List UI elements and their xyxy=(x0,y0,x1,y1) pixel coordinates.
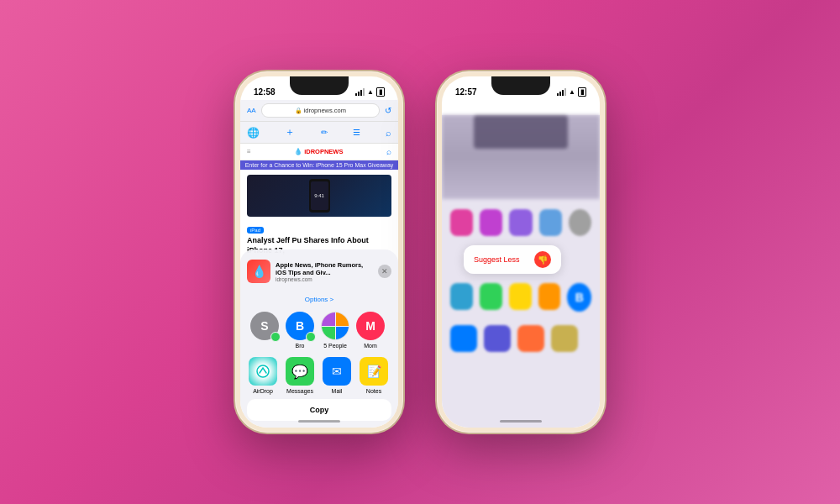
article-phone-graphic: 9:41 xyxy=(309,179,330,213)
menu-icon[interactable]: ☰ xyxy=(353,128,360,137)
messages-item[interactable]: 💬 Messages xyxy=(286,357,314,394)
notes-item[interactable]: 📝 Notes xyxy=(360,357,388,394)
status-time-2: 12:57 xyxy=(455,87,477,97)
contact-5people-name: 5 People xyxy=(323,343,347,349)
mail-label: Mail xyxy=(332,388,343,394)
suggest-less-text: Suggest Less xyxy=(474,255,529,264)
add-tab-icon[interactable]: ＋ xyxy=(285,125,295,139)
mail-icon: ✉ xyxy=(323,357,351,386)
contact-5people[interactable]: 5 People xyxy=(321,312,349,349)
dislike-button[interactable]: 👎 xyxy=(534,251,551,268)
status-icons-2: ▲ ▮ xyxy=(557,87,586,97)
contact-mom-name: Mom xyxy=(364,343,377,349)
blurred-app-row-3 xyxy=(442,318,600,359)
airdrop-label: AirDrop xyxy=(253,388,273,394)
messages-icon: 💬 xyxy=(286,357,314,386)
promo-banner: Enter for a Chance to Win: iPhone 15 Pro… xyxy=(240,160,398,170)
notes-label: Notes xyxy=(366,388,381,394)
blurred-top xyxy=(442,115,600,199)
messages-label: Messages xyxy=(286,388,313,394)
reload-button[interactable]: ↺ xyxy=(385,106,391,115)
article-tag: iPad xyxy=(247,227,264,234)
contact-bro[interactable]: B Bro xyxy=(286,312,314,349)
aa-button[interactable]: AA xyxy=(247,107,256,114)
share-sheet: 💧 Apple News, iPhone Rumors, iOS Tips an… xyxy=(240,249,398,428)
globe-icon[interactable]: 🌐 xyxy=(247,127,260,139)
url-bar[interactable]: 🔒 idropnews.com xyxy=(261,103,380,118)
phone-1-screen: 12:58 ▲ ▮ AA 🔒 idropnews.com ↺ xyxy=(240,76,398,428)
suggest-less-bubble: Suggest Less 👎 xyxy=(464,245,561,274)
home-indicator-1 xyxy=(298,420,340,423)
copy-label: Copy xyxy=(310,406,329,414)
phone-1: 12:58 ▲ ▮ AA 🔒 idropnews.com ↺ xyxy=(235,71,403,433)
contact-bro-avatar: B xyxy=(286,312,314,340)
browser-bar-1: AA 🔒 idropnews.com ↺ xyxy=(240,100,398,122)
battery-icon-2: ▮ xyxy=(578,87,586,97)
contact-mom[interactable]: M Mom xyxy=(356,312,385,349)
contacts-row: S B Bro xyxy=(247,312,391,349)
airdrop-item[interactable]: AirDrop xyxy=(249,357,277,394)
notch-1 xyxy=(290,76,349,95)
phone-2-screen: 12:57 ▲ ▮ xyxy=(442,76,600,428)
contact-s[interactable]: S xyxy=(250,312,279,349)
signal-icon-2 xyxy=(557,89,566,96)
site-logo: 💧 iDROPNEWS xyxy=(294,148,343,155)
airdrop-icon xyxy=(249,357,277,386)
options-button[interactable]: Options > xyxy=(305,296,333,303)
browser-toolbar: 🌐 ＋ ✏ ☰ ⌕ xyxy=(240,122,398,144)
contact-multi-avatar xyxy=(321,312,349,340)
article-screen-time: 9:41 xyxy=(311,181,328,210)
status-time-1: 12:58 xyxy=(254,87,276,97)
signal-icon-1 xyxy=(355,89,365,96)
dislike-icon: 👎 xyxy=(538,255,548,265)
webpage-header: ≡ 💧 iDROPNEWS ⌕ xyxy=(240,144,398,160)
home-indicator-2 xyxy=(500,420,542,423)
search-icon[interactable]: ⌕ xyxy=(386,128,391,138)
notch-2 xyxy=(491,76,550,95)
edit-icon[interactable]: ✏ xyxy=(321,128,328,137)
article-section: 9:41 iPad Analyst Jeff Pu Shares Info Ab… xyxy=(240,170,398,260)
contact-b-avatar: B xyxy=(567,283,591,312)
share-title: Apple News, iPhone Rumors, iOS Tips and … xyxy=(276,261,373,276)
phone-2: 12:57 ▲ ▮ xyxy=(437,71,605,433)
copy-row[interactable]: Copy xyxy=(247,399,391,421)
search-page-icon[interactable]: ⌕ xyxy=(386,147,391,156)
contact-s-badge xyxy=(270,332,281,342)
contact-mom-avatar: M xyxy=(356,312,385,340)
wifi-icon-2: ▲ xyxy=(569,88,575,96)
webpage-content: ≡ 💧 iDROPNEWS ⌕ Enter for a Chance to Wi… xyxy=(240,144,398,260)
blurred-app-row-1 xyxy=(442,202,600,243)
article-image: 9:41 xyxy=(247,175,391,217)
app-icons-row: AirDrop 💬 Messages ✉ Mail 📝 xyxy=(247,357,391,394)
share-url: idropnews.com xyxy=(276,276,373,282)
share-preview-text: Apple News, iPhone Rumors, iOS Tips and … xyxy=(276,261,373,282)
battery-icon-1: ▮ xyxy=(376,87,385,97)
url-text: idropnews.com xyxy=(304,107,346,114)
contact-bro-badge xyxy=(306,332,316,342)
share-preview: 💧 Apple News, iPhone Rumors, iOS Tips an… xyxy=(247,260,391,283)
options-row: Options > xyxy=(247,290,391,305)
mail-item[interactable]: ✉ Mail xyxy=(323,357,351,394)
notes-icon: 📝 xyxy=(360,357,388,386)
contact-s-avatar: S xyxy=(250,312,279,340)
share-close-button[interactable]: ✕ xyxy=(378,265,391,278)
contact-bro-name: Bro xyxy=(296,343,305,349)
status-icons-1: ▲ ▮ xyxy=(355,87,385,97)
share-app-icon: 💧 xyxy=(247,260,270,283)
wifi-icon-1: ▲ xyxy=(367,88,374,96)
blurred-app-row-2: B xyxy=(442,276,600,318)
